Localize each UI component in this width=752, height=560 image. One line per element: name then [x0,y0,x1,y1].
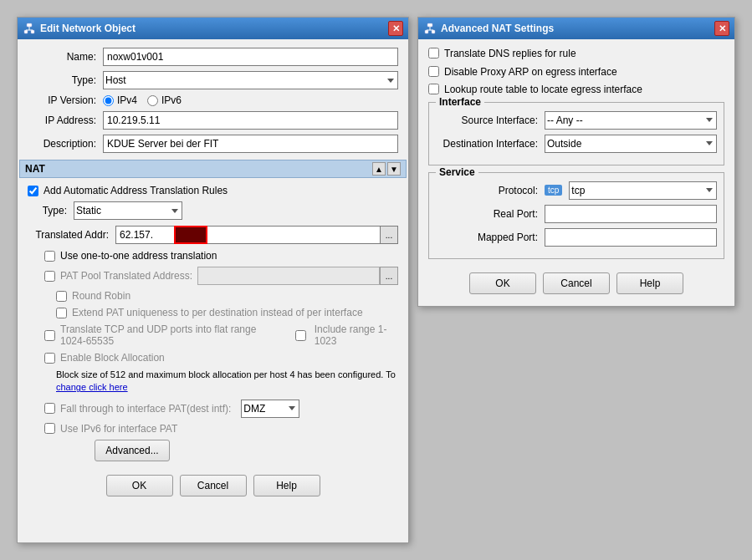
pat-pool-row: PAT Pool Translated Address: ... [28,267,398,285]
edit-network-cancel-button[interactable]: Cancel [180,475,247,496]
pat-pool-checkbox[interactable] [44,271,55,282]
round-robin-checkbox[interactable] [56,291,67,302]
nat-section-bar: NAT ▲ ▼ [19,160,407,178]
ipv4-radio[interactable] [103,95,114,106]
disable-proxy-arp-checkbox[interactable] [428,66,439,77]
destination-interface-select[interactable]: Outside Inside DMZ -- Any -- [545,135,717,153]
source-interface-select[interactable]: -- Any -- Inside Outside DMZ [545,111,717,130]
description-row: Description: [28,135,398,153]
include-range-label[interactable]: Include range 1-1023 [315,323,398,347]
enable-block-checkbox[interactable] [44,353,55,364]
edit-network-window: Edit Network Object ✕ Name: Type: Host N… [17,17,409,543]
one-to-one-checkbox[interactable] [44,251,55,262]
nat-expand-btn[interactable]: ▲ [372,162,386,176]
edit-network-ok-button[interactable]: OK [106,475,173,496]
disable-proxy-arp-row: Disable Proxy ARP on egress interface [428,66,724,79]
extend-pat-row: Extend PAT uniqueness to per destination… [28,307,398,318]
edit-network-title: Edit Network Object [40,23,136,34]
mapped-port-input[interactable] [545,228,717,247]
real-port-input[interactable] [545,205,717,223]
translate-dns-checkbox[interactable] [428,48,439,59]
fall-through-label[interactable]: Fall through to interface PAT(dest intf)… [60,403,231,415]
nat-collapse-btn[interactable]: ▼ [387,162,401,176]
extend-pat-label[interactable]: Extend PAT uniqueness to per destination… [72,307,363,318]
nat-type-row: Type: Static Dynamic Dynamic PAT (Hide) [28,201,398,220]
translated-addr-browse-button[interactable]: ... [380,226,398,244]
nat-type-select[interactable]: Static Dynamic Dynamic PAT (Hide) [74,201,182,220]
ipv6-radio-item[interactable]: IPv6 [147,94,182,106]
lookup-route-checkbox[interactable] [428,84,439,94]
add-auto-label[interactable]: Add Automatic Address Translation Rules [43,185,228,196]
adv-nat-button-row: OK Cancel Help [428,266,724,298]
description-input[interactable] [103,135,398,153]
ipv4-radio-item[interactable]: IPv4 [103,94,137,106]
type-select[interactable]: Host Network Range [103,71,398,89]
translated-addr-row: Translated Addr: ... [28,226,398,244]
nat-type-label: Type: [28,205,74,216]
source-interface-row: Source Interface: -- Any -- Inside Outsi… [436,111,717,130]
ip-version-row: IP Version: IPv4 IPv6 [28,94,398,106]
adv-nat-cancel-button[interactable]: Cancel [543,272,610,294]
round-robin-label[interactable]: Round Robin [72,290,130,302]
pat-pool-input[interactable] [197,267,380,285]
extend-pat-checkbox[interactable] [56,308,67,318]
nat-expand-controls: ▲ ▼ [372,162,401,176]
one-to-one-label[interactable]: Use one-to-one address translation [60,250,217,262]
destination-interface-row: Destination Interface: Outside Inside DM… [436,135,717,153]
ip-address-row: IP Address: [28,111,398,130]
advanced-nat-title-bar: Advanced NAT Settings ✕ [418,18,734,39]
protocol-select[interactable]: tcp udp icmp ip [569,181,717,200]
interface-group: Interface Source Interface: -- Any -- In… [428,102,724,165]
name-input[interactable] [103,48,398,66]
pat-pool-browse-button[interactable]: ... [380,267,398,285]
advanced-button[interactable]: Advanced... [95,440,170,461]
svg-rect-7 [432,30,435,33]
translate-tcp-checkbox[interactable] [44,330,55,341]
translate-tcp-row: Translate TCP and UDP ports into flat ra… [28,323,398,347]
interface-group-title: Interface [436,96,484,108]
use-ipv6-row: Use IPv6 for interface PAT [28,423,398,435]
edit-network-close-button[interactable]: ✕ [388,21,403,36]
disable-proxy-arp-label[interactable]: Disable Proxy ARP on egress interface [444,66,617,79]
add-auto-row: Add Automatic Address Translation Rules [28,185,398,196]
round-robin-row: Round Robin [28,290,398,302]
ipv6-label: IPv6 [161,94,182,106]
svg-rect-5 [427,23,432,27]
adv-nat-help-button[interactable]: Help [616,272,683,294]
translate-tcp-label[interactable]: Translate TCP and UDP ports into flat ra… [60,323,284,347]
protocol-row: Protocol: tcp tcp udp icmp ip [436,181,717,200]
include-range-checkbox[interactable] [295,330,306,341]
advanced-nat-close-button[interactable]: ✕ [714,21,729,36]
add-auto-checkbox[interactable] [28,186,38,196]
translated-addr-suffix-input[interactable] [207,226,380,244]
network-icon [23,22,36,35]
translate-dns-label[interactable]: Translate DNS replies for rule [444,48,576,61]
edit-network-button-row: OK Cancel Help [28,468,398,500]
ipv6-radio[interactable] [147,95,158,106]
mapped-port-label: Mapped Port: [436,232,545,243]
description-label: Description: [28,138,103,150]
fall-through-checkbox[interactable] [44,403,55,414]
block-info-container: Block size of 512 and maximum block allo… [28,369,398,395]
fall-through-row: Fall through to interface PAT(dest intf)… [28,400,398,418]
block-info-link[interactable]: change click here [56,382,128,392]
service-group: Service Protocol: tcp tcp udp icmp ip [428,172,724,259]
ip-version-radio-group: IPv4 IPv6 [103,94,398,106]
pat-pool-label: PAT Pool Translated Address: [60,270,192,282]
name-row: Name: [28,48,398,66]
use-ipv6-checkbox[interactable] [44,423,55,434]
ip-address-input[interactable] [103,111,398,130]
advanced-nat-content: Translate DNS replies for rule Disable P… [418,39,734,306]
ip-address-label: IP Address: [28,115,103,126]
fall-through-select[interactable]: DMZ Outside Inside [241,400,299,418]
protocol-badge-text: tcp [548,186,559,195]
protocol-badge: tcp [545,185,562,196]
lookup-route-label[interactable]: Lookup route table to locate egress inte… [444,84,642,97]
edit-network-help-button[interactable]: Help [253,475,320,496]
use-ipv6-label[interactable]: Use IPv6 for interface PAT [60,423,177,435]
nat-section-label: NAT [25,163,45,175]
translated-addr-input-group: ... [115,226,398,244]
translated-addr-prefix-input[interactable] [115,226,174,244]
enable-block-label[interactable]: Enable Block Allocation [60,352,165,364]
adv-nat-ok-button[interactable]: OK [469,272,536,294]
